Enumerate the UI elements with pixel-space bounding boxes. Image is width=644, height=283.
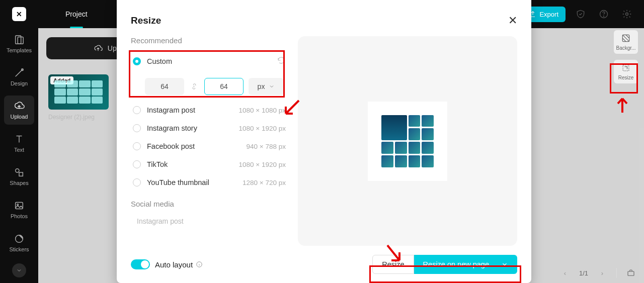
auto-layout-label: Auto layout (155, 260, 193, 269)
shield-icon (576, 9, 586, 19)
export-label: Export (539, 11, 558, 18)
sidebar-item-photos[interactable]: Photos (4, 195, 34, 224)
option-instagram-story[interactable]: Instagram story 1080 × 1920 px (131, 119, 286, 137)
shapes-icon (14, 167, 25, 178)
right-item-label: Backgr... (616, 45, 636, 51)
social-sub[interactable]: Instagram post (131, 214, 286, 225)
pager-next[interactable]: › (596, 267, 608, 279)
width-input[interactable] (145, 78, 184, 95)
templates-icon (14, 34, 25, 45)
option-dim: 1080 × 1080 px (239, 107, 286, 114)
resize-new-page-button[interactable]: Resize on new page (414, 255, 517, 274)
chevron-down-icon (269, 83, 275, 89)
unit-label: px (258, 82, 265, 90)
preview-pane (298, 36, 517, 246)
shield-button[interactable] (573, 6, 589, 22)
media-thumb[interactable]: Added Designer (2).jpeg (48, 74, 109, 121)
radio-icon (133, 178, 141, 186)
sidebar-label: Upload (11, 114, 28, 120)
right-item-resize[interactable]: Resize (614, 60, 638, 83)
section-recommended: Recommended (131, 36, 286, 45)
info-icon[interactable] (196, 261, 203, 268)
design-icon (14, 67, 25, 78)
pager-prev[interactable]: ‹ (559, 267, 571, 279)
pager-briefcase[interactable] (625, 267, 637, 279)
height-input[interactable] (204, 78, 244, 95)
pager-pos: 1/1 (579, 269, 588, 277)
option-instagram-post[interactable]: Instagram post 1080 × 1080 px (131, 101, 286, 119)
modal-footer: Auto layout Resize Resize on new page (131, 246, 517, 274)
sidebar-item-templates[interactable]: Templates (4, 29, 34, 58)
sidebar-item-stickers[interactable]: Stickers (4, 228, 34, 257)
option-label: TikTok (147, 160, 239, 168)
svg-rect-1 (18, 37, 23, 44)
option-dim: 1280 × 720 px (243, 179, 286, 186)
sidebar-item-design[interactable]: Design (4, 62, 34, 91)
sidebar-label: Shapes (10, 180, 28, 186)
option-label: Instagram post (147, 106, 239, 114)
unit-select[interactable]: px (249, 78, 284, 95)
cloud-upload-icon (94, 44, 103, 53)
option-custom[interactable]: Custom (131, 51, 286, 72)
option-dim: 940 × 788 px (247, 143, 286, 150)
sidebar-item-upload[interactable]: Upload (4, 96, 34, 125)
app-logo[interactable]: ✕ (12, 7, 26, 21)
svg-rect-13 (628, 271, 634, 275)
sidebar-label: Templates (7, 47, 32, 53)
photos-icon (14, 200, 25, 211)
chevron-down-icon (16, 267, 22, 273)
option-label: Instagram story (147, 124, 239, 132)
tab-project[interactable]: Project (65, 6, 88, 22)
section-social: Social media (131, 200, 286, 208)
stickers-icon (14, 233, 25, 244)
reset-icon (277, 56, 286, 65)
radio-icon (133, 160, 141, 168)
background-icon (621, 33, 631, 43)
sidebar-item-text[interactable]: Text (4, 129, 34, 158)
right-item-background[interactable]: Backgr... (614, 30, 638, 54)
svg-rect-4 (19, 172, 23, 176)
help-button[interactable] (596, 6, 612, 22)
modal-title: Resize (131, 15, 161, 26)
resize-modal: Resize ✕ Recommended Custom px In (117, 0, 531, 283)
auto-layout-toggle[interactable] (131, 259, 150, 269)
preview-box (368, 102, 447, 181)
option-dim: 1080 × 1920 px (239, 161, 286, 168)
sidebar-item-shapes[interactable]: Shapes (4, 162, 34, 191)
settings-button[interactable] (619, 6, 635, 22)
option-youtube-thumbnail[interactable]: YouTube thumbnail 1280 × 720 px (131, 173, 286, 192)
sidebar-more[interactable] (12, 263, 26, 277)
top-tabs: Project (47, 6, 88, 22)
reset-button[interactable] (277, 56, 286, 67)
resize-button[interactable]: Resize (372, 255, 414, 274)
resize-icon (621, 63, 631, 73)
left-sidebar: ✕ Templates Design Upload Text Shapes Ph… (0, 0, 38, 283)
help-icon (599, 9, 609, 19)
sidebar-label: Design (11, 80, 28, 86)
chevron-down-icon (501, 261, 508, 268)
sidebar-label: Photos (11, 213, 28, 219)
option-label: YouTube thumbnail (147, 178, 243, 186)
svg-rect-5 (16, 203, 23, 209)
size-options: Recommended Custom px Instagram post 108… (131, 36, 286, 246)
pager: ‹ 1/1 › (559, 267, 637, 279)
text-icon (14, 134, 25, 145)
resize-new-page-label: Resize on new page (423, 260, 489, 268)
close-button[interactable]: ✕ (508, 14, 517, 27)
option-label: Facebook post (147, 142, 247, 150)
radio-icon (133, 106, 141, 114)
radio-icon (133, 124, 141, 132)
option-tiktok[interactable]: TikTok 1080 × 1920 px (131, 155, 286, 173)
preview-image (381, 115, 434, 167)
sidebar-label: Text (14, 147, 24, 153)
svg-point-3 (16, 169, 19, 172)
thumb-filename: Designer (2).jpeg (48, 114, 109, 121)
right-item-label: Resize (618, 75, 634, 80)
gear-icon (622, 9, 632, 19)
upload-icon (14, 101, 25, 112)
link-dimensions-icon[interactable] (189, 78, 199, 95)
svg-point-10 (626, 13, 628, 16)
option-facebook-post[interactable]: Facebook post 940 × 788 px (131, 137, 286, 155)
svg-rect-12 (623, 65, 629, 71)
option-label: Custom (147, 57, 277, 65)
